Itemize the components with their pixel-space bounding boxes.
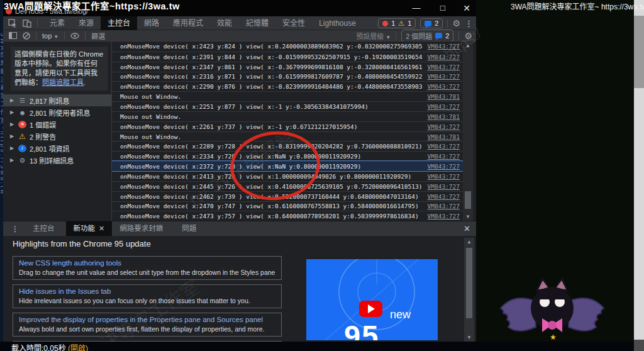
issues-badge[interactable]: 2 (420, 18, 443, 28)
issue-tracker-link[interactable]: 問題追蹤工具 (42, 79, 84, 86)
log-message: onMouseMove device( x:2347 y:861 ) view(… (120, 64, 423, 70)
scroll-up-icon[interactable]: ▲ (464, 239, 474, 245)
open-link[interactable]: (開啟) (68, 344, 88, 351)
source-location-link[interactable]: VM843:727 (428, 103, 460, 110)
console-log-row[interactable]: onMouseMove device( x:2470 y:747 ) view(… (112, 201, 463, 211)
drawer-close-icon[interactable]: ✕ (464, 224, 470, 233)
clear-console-icon[interactable] (23, 32, 30, 40)
scroll-down-icon[interactable]: ▼ (464, 335, 474, 340)
source-location-link[interactable]: VM843:727 (428, 193, 460, 200)
filter-item-label: 13 則詳細訊息 (30, 155, 74, 165)
log-message: onMouseMove device( x:2290 y:876 ) view(… (120, 83, 423, 90)
panel-tab[interactable]: 記憶體 (239, 16, 275, 30)
minimize-button[interactable]: — (408, 3, 425, 14)
source-location-link[interactable]: VM843:727 (428, 123, 460, 130)
page-scrollbar[interactable] (634, 0, 644, 351)
source-location-link[interactable]: VM843:727 (428, 83, 460, 90)
console-log-row[interactable]: onMouseMove device( x:2251 y:877 ) view(… (112, 101, 463, 111)
console-log-row[interactable]: onMouseMove device( x:2391 y:844 ) view(… (112, 52, 463, 62)
disclosure-triangle-icon[interactable]: ▶ (10, 109, 15, 115)
drawer-tab[interactable]: 問題 (174, 221, 208, 236)
log-message: Mouse out Window. (120, 133, 181, 140)
console-scrollbar[interactable]: ▲ ▼ (463, 42, 473, 221)
drawer-tab[interactable]: 網路要求封鎖 (112, 221, 174, 236)
live-expression-eye-icon[interactable] (70, 33, 79, 39)
panel-tabs: 元素來源主控台網路應用程式效能記憶體安全性Lighthouse (43, 16, 363, 30)
panel-tab[interactable]: 應用程式 (166, 16, 210, 30)
filter-input[interactable]: 篩選 (91, 31, 105, 41)
console-filter-item[interactable]: ▶ 1 個錯誤 (3, 118, 111, 130)
source-location-link[interactable]: VM843:727 (428, 143, 460, 150)
youtube-play-icon[interactable] (359, 301, 382, 317)
panel-tab[interactable]: 來源 (72, 16, 101, 30)
console-log-row[interactable]: Mouse out Window. VM843:781 (112, 111, 463, 121)
scroll-down-icon[interactable]: ▼ (463, 214, 473, 220)
card-description: Drag to change the unit value and select… (19, 269, 275, 276)
source-location-link[interactable]: VM843:727 (428, 73, 460, 80)
source-location-link[interactable]: VM843:727 (428, 213, 460, 220)
drawer-tab[interactable]: 主控台 (25, 221, 66, 236)
panel-tab[interactable]: 主控台 (101, 16, 137, 30)
whats-new-scroll-thumb[interactable] (466, 248, 472, 318)
console-log-row[interactable]: onMouseMove device( x:2290 y:876 ) view(… (112, 81, 463, 91)
settings-gear-icon[interactable]: ⚙ (452, 19, 460, 28)
source-location-link[interactable]: VM843:727 (428, 153, 460, 160)
disclosure-triangle-icon[interactable]: ▶ (10, 98, 15, 103)
chrome-95-promo-image[interactable]: new 95 (306, 259, 438, 340)
source-location-link[interactable]: VM843:727 (428, 183, 460, 190)
console-filter-item[interactable]: ▶ 13 則詳細訊息 (3, 154, 111, 166)
console-filter-item[interactable]: ▶ 2 則警告 (3, 130, 111, 142)
panel-tab[interactable]: 安全性 (275, 16, 312, 30)
source-location-link[interactable]: VM843:727 (428, 173, 460, 180)
issues-counter[interactable]: 2 個問題 2 (401, 30, 453, 42)
source-location-link[interactable]: VM843:781 (428, 93, 460, 100)
maximize-button[interactable]: □ (435, 3, 451, 14)
close-button[interactable]: ✕ (458, 3, 475, 14)
console-log-row[interactable]: onMouseMove device( x:2347 y:861 ) view(… (112, 62, 463, 72)
filter-item-label: 2,817 則訊息 (30, 96, 70, 106)
source-location-link[interactable]: VM843:727 (428, 163, 460, 170)
panel-tab[interactable]: 效能 (210, 16, 239, 30)
console-log-row[interactable]: Mouse out Window. VM843:781 (112, 91, 463, 101)
device-toolbar-icon[interactable] (23, 19, 31, 28)
error-dot-icon (382, 21, 388, 26)
disclosure-triangle-icon[interactable]: ▶ (10, 133, 15, 139)
filter-item-label: 2 則警告 (30, 131, 56, 142)
source-location-link[interactable]: VM843:781 (428, 113, 460, 120)
console-scroll-thumb[interactable] (465, 191, 471, 209)
source-location-link[interactable]: VM843:727 (428, 203, 460, 209)
drawer-tab-label: 新功能 (74, 221, 96, 236)
inspect-element-icon[interactable] (8, 19, 17, 28)
filter-type-icon (18, 145, 26, 152)
console-message-counts[interactable]: 1 ⚠ 1 (378, 18, 416, 28)
drawer-tab-label: 問題 (182, 221, 196, 236)
divider (396, 31, 396, 40)
devtools-tabbar: 元素來源主控台網路應用程式效能記憶體安全性Lighthouse 1 ⚠ 1 2 … (3, 16, 476, 30)
page-scroll-thumb[interactable] (634, 16, 644, 88)
console-filter-item[interactable]: ▶ 2,801 項資訊 (3, 142, 111, 154)
log-level-selector[interactable]: 預設層級 ▼ (356, 31, 391, 41)
console-filter-item[interactable]: ▶ 2,817 則訊息 (3, 94, 111, 106)
drawer-tab-label: 網路要求封鎖 (119, 221, 163, 236)
console-log-row[interactable]: onMouseMove device( x:2316 y:871 ) view(… (112, 72, 463, 82)
panel-tab[interactable]: 網路 (137, 16, 166, 30)
panel-tab[interactable]: Lighthouse (312, 16, 363, 30)
whats-new-scrollbar[interactable]: ▲ ▼ (464, 238, 474, 342)
console-sidebar-toggle-icon[interactable] (9, 32, 17, 39)
panel-tab[interactable]: 元素 (43, 16, 72, 30)
console-filter-item[interactable]: ▶ 2,801 則使用者訊息 (3, 106, 111, 118)
context-selector[interactable]: top ▼ (42, 32, 58, 40)
card-title-link[interactable]: New CSS length authoring tools (19, 259, 275, 267)
source-location-link[interactable]: VM843:781 (428, 133, 460, 140)
log-message: Mouse out Window. (120, 93, 181, 100)
disclosure-triangle-icon[interactable]: ▶ (10, 145, 15, 151)
console-log-row[interactable]: onMouseMove device( x:2423 y:824 ) view(… (112, 42, 463, 52)
console-log-row[interactable]: onMouseMove device( x:2473 y:757 ) view(… (112, 211, 463, 221)
tab-close-icon[interactable]: ✕ (99, 221, 104, 236)
drawer-more-icon[interactable]: ⋮ (3, 225, 25, 233)
console-toolbar: top ▼ 篩選 預設層級 ▼ 2 個問題 2 ⚙ (3, 30, 476, 42)
drawer-tab[interactable]: 新功能 ✕ (66, 221, 113, 236)
card-title-link[interactable]: Hide issues in the Issues tab (19, 287, 275, 295)
disclosure-triangle-icon[interactable]: ▶ (10, 157, 15, 163)
disclosure-triangle-icon[interactable]: ▶ (10, 121, 15, 127)
